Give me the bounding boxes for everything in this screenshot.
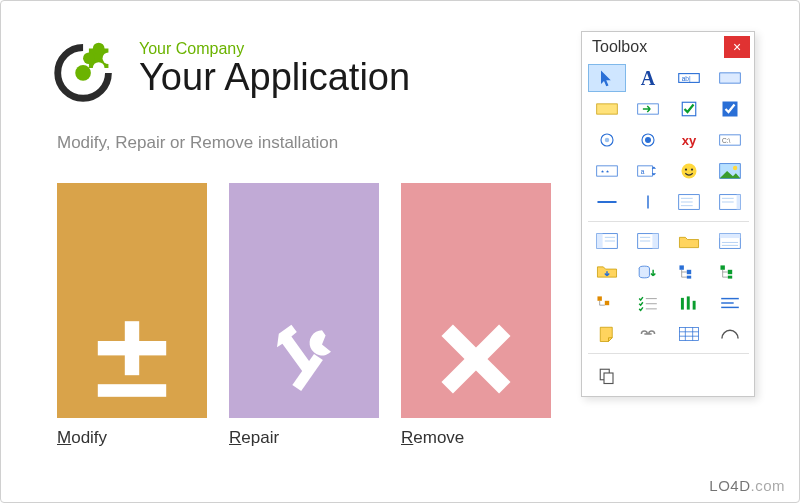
db-down-tool[interactable]: [629, 258, 667, 286]
tool-grid: A ab| xy C:\ ⋆⋆ a: [582, 62, 754, 358]
textbox-tool[interactable]: ab|: [670, 64, 708, 92]
svg-rect-64: [605, 301, 609, 305]
svg-point-1: [75, 65, 91, 81]
close-icon: [431, 314, 521, 404]
svg-rect-74: [679, 327, 698, 340]
svg-point-22: [645, 137, 651, 143]
svg-rect-7: [98, 341, 166, 355]
svg-rect-70: [693, 301, 696, 310]
props-panel-tool[interactable]: [711, 227, 749, 255]
toolbox-title-text: Toolbox: [592, 38, 647, 56]
tree-orange-tool[interactable]: [588, 289, 626, 317]
svg-rect-59: [687, 276, 691, 279]
svg-point-20: [605, 138, 610, 143]
svg-rect-80: [604, 373, 613, 384]
modify-tile[interactable]: [57, 183, 207, 418]
nav-right-tool[interactable]: [629, 227, 667, 255]
svg-text:ab|: ab|: [682, 75, 691, 83]
svg-point-29: [682, 164, 697, 179]
toolbox-titlebar[interactable]: Toolbox ×: [582, 32, 754, 62]
pointer-tool[interactable]: [588, 64, 626, 92]
console-tool[interactable]: C:\: [711, 126, 749, 154]
note-tool[interactable]: [588, 320, 626, 348]
svg-rect-14: [720, 73, 741, 83]
html-label-tool[interactable]: xy: [670, 126, 708, 154]
image-tool[interactable]: [711, 157, 749, 185]
repair-tile[interactable]: [229, 183, 379, 418]
toolbox-separator-2: [588, 353, 749, 354]
list-panel-tool[interactable]: [670, 188, 708, 216]
remove-tile[interactable]: [401, 183, 551, 418]
svg-rect-49: [652, 234, 658, 249]
svg-rect-63: [597, 296, 601, 300]
folder-open-tool[interactable]: [670, 227, 708, 255]
v-line-tool[interactable]: [629, 188, 667, 216]
radio-unchecked-tool[interactable]: [588, 126, 626, 154]
repair-label: Repair: [229, 428, 379, 448]
align-tool[interactable]: [711, 289, 749, 317]
svg-rect-62: [728, 276, 732, 279]
svg-point-33: [733, 166, 737, 170]
svg-rect-68: [681, 298, 684, 310]
tree-blue-tool[interactable]: [670, 258, 708, 286]
toolbox-window[interactable]: Toolbox × A ab| xy C:\ ⋆⋆ a: [581, 31, 755, 397]
tools-icon: [259, 314, 349, 404]
svg-point-5: [93, 62, 105, 74]
password-tool[interactable]: ⋆⋆: [588, 157, 626, 185]
smiley-tool[interactable]: [670, 157, 708, 185]
groupbox-tool[interactable]: [588, 95, 626, 123]
checkbox-tool[interactable]: [670, 95, 708, 123]
checklist-tool[interactable]: [629, 289, 667, 317]
toolbox-separator: [588, 221, 749, 222]
svg-rect-41: [737, 195, 741, 210]
svg-point-31: [691, 168, 693, 170]
folder-down-tool[interactable]: [588, 258, 626, 286]
spinner-tool[interactable]: a: [629, 157, 667, 185]
svg-point-30: [685, 168, 687, 170]
h-line-tool[interactable]: [588, 188, 626, 216]
scroll-panel-tool[interactable]: [711, 188, 749, 216]
go-button-tool[interactable]: [629, 95, 667, 123]
svg-rect-61: [728, 270, 732, 274]
watermark: LO4D.com: [709, 477, 785, 494]
svg-rect-57: [679, 265, 683, 269]
svg-rect-45: [597, 234, 603, 249]
plus-minus-icon: [87, 314, 177, 404]
remove-label: Remove: [401, 428, 551, 448]
radio-checked-tool[interactable]: [629, 126, 667, 154]
bars-tool[interactable]: [670, 289, 708, 317]
svg-text:⋆⋆: ⋆⋆: [600, 167, 610, 176]
app-logo-icon: [47, 29, 125, 107]
grid-blue-tool[interactable]: [670, 320, 708, 348]
svg-rect-53: [720, 234, 741, 238]
close-button[interactable]: ×: [724, 36, 750, 58]
tree-green-tool[interactable]: [711, 258, 749, 286]
app-title: Your Application: [139, 58, 410, 96]
svg-rect-15: [597, 104, 618, 114]
svg-text:a: a: [641, 168, 645, 175]
arc-tool[interactable]: [711, 320, 749, 348]
svg-rect-69: [687, 296, 690, 309]
text-label-tool[interactable]: A: [629, 64, 667, 92]
svg-rect-58: [687, 270, 691, 274]
svg-point-3: [83, 52, 95, 64]
tile-labels: Modify Repair Remove: [1, 418, 799, 448]
svg-point-4: [103, 52, 115, 64]
svg-rect-60: [720, 265, 724, 269]
modify-label: Modify: [57, 428, 207, 448]
link-tool[interactable]: [629, 320, 667, 348]
svg-rect-8: [98, 384, 166, 397]
svg-text:C:\: C:\: [722, 137, 731, 144]
svg-point-2: [93, 43, 105, 55]
copy-tool[interactable]: [588, 362, 626, 390]
checkbox-filled-tool[interactable]: [711, 95, 749, 123]
svg-rect-27: [638, 166, 653, 176]
nav-left-tool[interactable]: [588, 227, 626, 255]
panel-tool[interactable]: [711, 64, 749, 92]
